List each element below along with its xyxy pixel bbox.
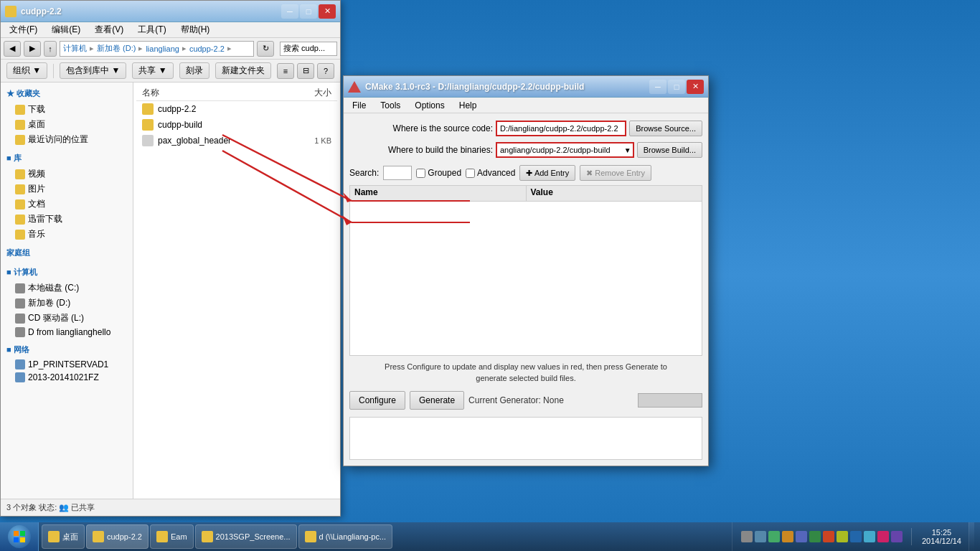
explorer-window-controls: ─ □ ✕ bbox=[281, 4, 336, 19]
sidebar-network-header[interactable]: ■ 网络 bbox=[1, 342, 133, 358]
search-box[interactable]: 搜索 cudp... bbox=[280, 42, 337, 56]
sidebar-item-video[interactable]: 视频 bbox=[1, 166, 133, 182]
cmake-search-input[interactable] bbox=[383, 166, 412, 180]
cmake-col-value: Value bbox=[527, 186, 702, 201]
drive-icon bbox=[15, 327, 25, 337]
cmake-menu-help[interactable]: Help bbox=[453, 99, 483, 112]
cmake-source-label: Where is the source code: bbox=[349, 123, 493, 133]
help-btn[interactable]: ? bbox=[317, 63, 334, 79]
file-item-cudppbuild[interactable]: cudpp-build bbox=[136, 117, 337, 133]
tray-icons bbox=[738, 531, 905, 542]
cmake-triangle-icon bbox=[348, 81, 361, 93]
explorer-maximize-btn[interactable]: □ bbox=[300, 4, 317, 19]
sidebar-homegroup-header[interactable]: 家庭组 bbox=[1, 245, 133, 261]
sidebar-item-docs[interactable]: 文档 bbox=[1, 197, 133, 212]
toolbar-include-lib-btn[interactable]: 包含到库中 ▼ bbox=[60, 62, 126, 79]
cmake-remove-entry-btn[interactable]: ✖ Remove Entry bbox=[580, 165, 651, 181]
nav-back-btn[interactable]: ◀ bbox=[4, 41, 21, 57]
cmake-menu-file[interactable]: File bbox=[347, 99, 372, 112]
nav-forward-btn[interactable]: ▶ bbox=[24, 41, 41, 57]
folder-icon bbox=[15, 230, 25, 240]
cmake-generator-label: Current Generator: None bbox=[468, 395, 564, 405]
sidebar-favorites-header[interactable]: ★ 收藏夹 bbox=[1, 85, 133, 102]
sidebar-item-thunder[interactable]: 迅雷下载 bbox=[1, 212, 133, 227]
view-list-btn[interactable]: ≡ bbox=[277, 63, 294, 79]
explorer-close-btn[interactable]: ✕ bbox=[319, 4, 336, 19]
sidebar-item-images[interactable]: 图片 bbox=[1, 182, 133, 197]
sidebar-item-download[interactable]: 下载 bbox=[1, 102, 133, 117]
taskbar-item-cudpp[interactable]: cudpp-2.2 bbox=[86, 524, 149, 549]
tray-icon-12 bbox=[891, 531, 903, 542]
cmake-add-entry-btn[interactable]: ✚ Add Entry bbox=[519, 165, 575, 181]
toolbar-burn-btn[interactable]: 刻录 bbox=[179, 62, 209, 79]
cmake-minimize-btn[interactable]: ─ bbox=[649, 80, 666, 94]
cmake-maximize-btn[interactable]: □ bbox=[668, 80, 685, 94]
sidebar-item-desktop[interactable]: 桌面 bbox=[1, 117, 133, 132]
explorer-minimize-btn[interactable]: ─ bbox=[281, 4, 298, 19]
explorer-navbar: ◀ ▶ ↑ 计算机 ▸ 新加卷 (D:) ▸ liangliang ▸ cudp… bbox=[1, 38, 340, 60]
cmake-browse-source-btn[interactable]: Browse Source... bbox=[629, 121, 702, 136]
sidebar-item-c-drive[interactable]: 本地磁盘 (C:) bbox=[1, 281, 133, 296]
cmake-configure-btn[interactable]: Configure bbox=[349, 391, 405, 410]
cmake-grouped-checkbox[interactable] bbox=[416, 169, 425, 178]
taskbar-item-eam[interactable]: Eam bbox=[150, 524, 194, 549]
cmake-close-btn[interactable]: ✕ bbox=[687, 80, 704, 94]
tray-icon-9 bbox=[850, 531, 862, 542]
sidebar-computer-section: ■ 计算机 本地磁盘 (C:) 新加卷 (D:) CD 驱动器 (L:) D f… bbox=[1, 264, 133, 339]
cmake-build-row: Where to build the binaries: angliang/cu… bbox=[349, 141, 702, 159]
sidebar-item-d-drive[interactable]: 新加卷 (D:) bbox=[1, 296, 133, 311]
explorer-window: cudpp-2.2 ─ □ ✕ 文件(F) 编辑(E) 查看(V) 工具(T) … bbox=[0, 0, 341, 517]
sidebar-item-recent[interactable]: 最近访问的位置 bbox=[1, 132, 133, 147]
cmake-browse-build-btn[interactable]: Browse Build... bbox=[637, 142, 702, 158]
file-item-pax[interactable]: pax_global_header 1 KB bbox=[136, 133, 337, 149]
toolbar-organize-btn[interactable]: 组织 ▼ bbox=[6, 62, 47, 79]
toolbar-new-folder-btn[interactable]: 新建文件夹 bbox=[215, 62, 271, 79]
sidebar-favorites-section: ★ 收藏夹 下载 桌面 最近访问的位置 bbox=[1, 85, 133, 147]
breadcrumb-cudpp[interactable]: cudpp-2.2 bbox=[189, 44, 225, 53]
taskbar-item-2013sgp[interactable]: 2013SGP_Screene... bbox=[195, 524, 297, 549]
show-desktop-btn[interactable] bbox=[969, 522, 974, 551]
taskbar-item-desktop[interactable]: 桌面 bbox=[42, 524, 85, 549]
nav-up-btn[interactable]: ↑ bbox=[44, 41, 57, 57]
breadcrumb-drive[interactable]: 新加卷 (D:) bbox=[97, 43, 136, 54]
cmake-menu-tools[interactable]: Tools bbox=[374, 99, 406, 112]
toolbar-share-btn[interactable]: 共享 ▼ bbox=[132, 62, 173, 79]
folder-icon bbox=[15, 215, 25, 225]
sidebar-item-network-drive[interactable]: D from lianglianghello bbox=[1, 326, 133, 339]
desktop: cudpp-2.2 ─ □ ✕ 文件(F) 编辑(E) 查看(V) 工具(T) … bbox=[0, 0, 980, 551]
svg-rect-9 bbox=[20, 537, 25, 542]
nav-refresh-btn[interactable]: ↻ bbox=[257, 41, 274, 57]
sidebar-item-music[interactable]: 音乐 bbox=[1, 227, 133, 242]
address-bar[interactable]: 计算机 ▸ 新加卷 (D:) ▸ liangliang ▸ cudpp-2.2 … bbox=[60, 41, 254, 57]
cmake-advanced-checkbox[interactable] bbox=[466, 169, 475, 178]
taskbar-clock[interactable]: 15:25 2014/12/14 bbox=[918, 528, 966, 545]
explorer-menu-help[interactable]: 帮助(H) bbox=[175, 22, 216, 37]
cmake-build-input[interactable]: angliang/cudpp-2.2/cudpp-build ▼ bbox=[496, 142, 634, 158]
cmake-title: CMake 3.1.0-rc3 - D:/liangliang/cudpp-2.… bbox=[365, 82, 649, 92]
statusbar-text: 3 个对象 状态: 👥 已共享 bbox=[6, 502, 95, 513]
cmake-generate-btn[interactable]: Generate bbox=[410, 391, 464, 410]
folder-icon bbox=[93, 531, 104, 542]
sidebar-item-network2[interactable]: 2013-20141021FZ bbox=[1, 371, 133, 384]
drive-icon bbox=[15, 298, 25, 309]
explorer-menubar: 文件(F) 编辑(E) 查看(V) 工具(T) 帮助(H) bbox=[1, 22, 340, 38]
file-item-cudpp22[interactable]: cudpp-2.2 bbox=[136, 101, 337, 117]
explorer-menu-tools[interactable]: 工具(T) bbox=[132, 22, 171, 37]
breadcrumb-liangliang[interactable]: liangliang bbox=[146, 44, 179, 53]
sidebar-computer-header[interactable]: ■ 计算机 bbox=[1, 264, 133, 281]
svg-rect-6 bbox=[14, 531, 19, 536]
explorer-menu-edit[interactable]: 编辑(E) bbox=[46, 22, 86, 37]
taskbar-start-btn[interactable] bbox=[0, 522, 39, 551]
sidebar-library-header[interactable]: ■ 库 bbox=[1, 150, 133, 166]
sidebar-item-network1[interactable]: 1P_PRINTSERVAD1 bbox=[1, 358, 133, 371]
cmake-source-input[interactable]: D:/liangliang/cudpp-2.2/cudpp-2.2 bbox=[496, 121, 626, 136]
view-details-btn[interactable]: ⊟ bbox=[297, 63, 314, 79]
col-name-header: 名称 bbox=[142, 87, 274, 99]
cmake-titlebar: CMake 3.1.0-rc3 - D:/liangliang/cudpp-2.… bbox=[344, 76, 708, 98]
cmake-menu-options[interactable]: Options bbox=[409, 99, 450, 112]
sidebar-item-cd-drive[interactable]: CD 驱动器 (L:) bbox=[1, 311, 133, 326]
taskbar-item-d-drive[interactable]: d (\\Liangliang-pc... bbox=[298, 524, 393, 549]
explorer-menu-view[interactable]: 查看(V) bbox=[89, 22, 129, 37]
breadcrumb-computer[interactable]: 计算机 bbox=[63, 43, 87, 54]
explorer-menu-file[interactable]: 文件(F) bbox=[4, 22, 43, 37]
